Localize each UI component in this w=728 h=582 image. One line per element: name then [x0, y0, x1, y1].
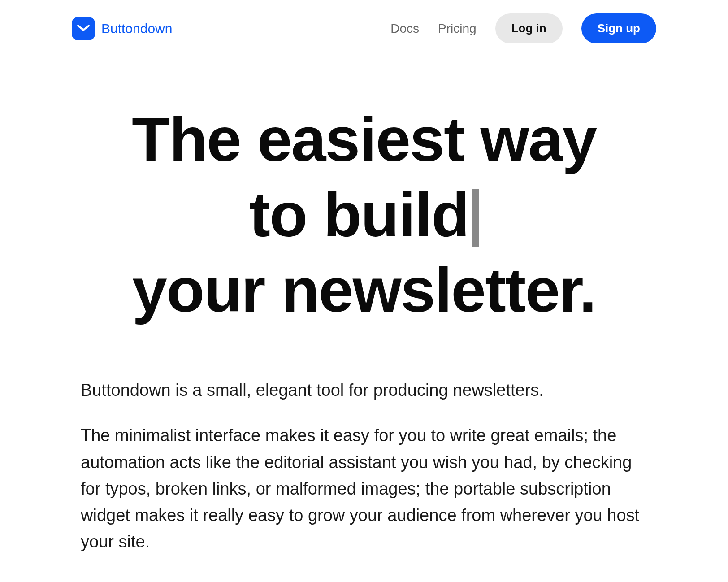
typing-cursor-icon: [472, 189, 479, 247]
logo[interactable]: Buttondown: [72, 17, 172, 40]
signup-button[interactable]: Sign up: [581, 13, 656, 43]
svg-point-0: [82, 28, 85, 31]
header: Buttondown Docs Pricing Log in Sign up: [72, 13, 656, 43]
nav-pricing[interactable]: Pricing: [438, 22, 477, 36]
brand-name: Buttondown: [101, 21, 172, 36]
intro-paragraph-2: The minimalist interface makes it easy f…: [81, 422, 647, 555]
main-nav: Docs Pricing Log in Sign up: [390, 13, 656, 43]
headline-line3: your newsletter.: [132, 255, 596, 325]
headline-line1: The easiest way: [132, 104, 596, 174]
intro-paragraph-1: Buttondown is a small, elegant tool for …: [81, 377, 647, 404]
body-copy: Buttondown is a small, elegant tool for …: [72, 377, 656, 556]
hero-headline: The easiest way to build your newsletter…: [72, 102, 656, 328]
nav-docs[interactable]: Docs: [390, 22, 419, 36]
buttondown-logo-icon: [72, 17, 95, 40]
login-button[interactable]: Log in: [495, 13, 563, 43]
headline-line2: to build: [249, 179, 468, 250]
